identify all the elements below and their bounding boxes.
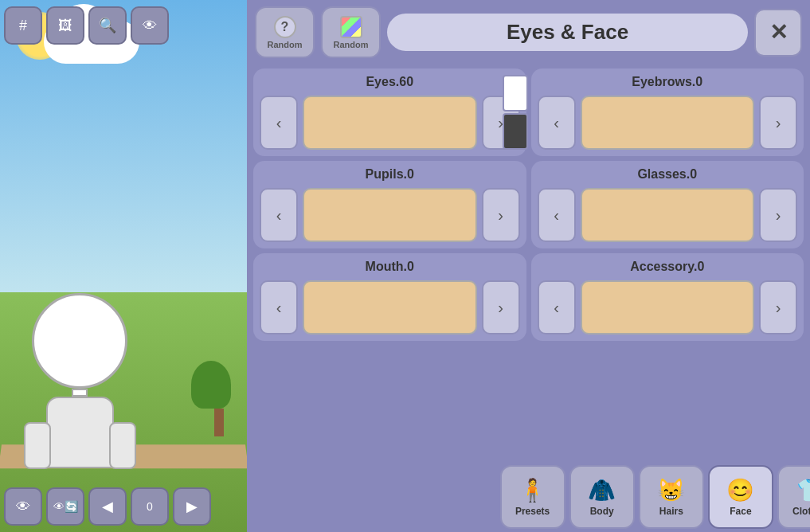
clothes-label: Clothes bbox=[792, 506, 810, 517]
char-head bbox=[32, 293, 127, 389]
mouth-title: Mouth.0 bbox=[260, 260, 520, 274]
next-button[interactable]: ▶ bbox=[173, 487, 211, 526]
face-label: Face bbox=[730, 506, 751, 517]
mouth-next-button[interactable]: › bbox=[482, 280, 520, 334]
glasses-controls: ‹ › bbox=[538, 188, 798, 242]
nav-item-clothes[interactable]: 👕 Clothes bbox=[777, 465, 810, 529]
eyebrows-prev-button[interactable]: ‹ bbox=[538, 96, 576, 150]
tree-top bbox=[191, 361, 231, 409]
glasses-section: Glasses.0 ‹ › bbox=[531, 161, 804, 248]
eyes-preview bbox=[303, 96, 477, 150]
mouth-controls: ‹ › bbox=[260, 280, 520, 334]
nav-item-presets[interactable]: 🧍 Presets bbox=[500, 465, 565, 529]
color-white[interactable] bbox=[503, 75, 528, 111]
presets-icon: 🧍 bbox=[518, 477, 546, 503]
mouth-section: Mouth.0 ‹ › bbox=[253, 253, 526, 341]
question-icon: ? bbox=[274, 16, 296, 38]
presets-label: Presets bbox=[515, 506, 550, 517]
scene-panel: # 🖼 🔍 👁 👁 👁🔄 ◀ 0 ▶ bbox=[0, 0, 247, 532]
image-button[interactable]: 🖼 bbox=[46, 6, 84, 45]
char-body bbox=[46, 397, 114, 468]
pupils-title: Pupils.0 bbox=[260, 167, 520, 182]
random-color-icon bbox=[340, 16, 362, 38]
eyes-controls: ‹ › bbox=[260, 96, 520, 150]
face-icon: 😊 bbox=[726, 477, 754, 503]
accessory-controls: ‹ › bbox=[538, 280, 798, 334]
eye-reset-button[interactable]: 👁🔄 bbox=[46, 487, 84, 526]
body-label: Body bbox=[590, 506, 614, 517]
counter-display: 0 bbox=[131, 487, 169, 526]
glasses-next-button[interactable]: › bbox=[759, 188, 797, 242]
eye-view-button[interactable]: 👁 bbox=[131, 6, 169, 45]
hairs-icon: 😸 bbox=[657, 477, 685, 503]
random-button-1[interactable]: ? Random bbox=[255, 6, 315, 58]
character bbox=[32, 293, 127, 468]
glasses-prev-button[interactable]: ‹ bbox=[538, 188, 576, 242]
pupils-preview bbox=[303, 188, 477, 242]
eyebrows-section: Eyebrows.0 ‹ › bbox=[531, 68, 804, 156]
accessory-title: Accessory.0 bbox=[538, 260, 798, 274]
random-label-2: Random bbox=[334, 40, 369, 49]
accessory-prev-button[interactable]: ‹ bbox=[538, 280, 576, 334]
bottom-navigation: 🧍 Presets 🧥 Body 😸 Hairs 😊 Face 👕 Clothe… bbox=[494, 462, 810, 532]
pupils-controls: ‹ › bbox=[260, 188, 520, 242]
pupils-next-button[interactable]: › bbox=[482, 188, 520, 242]
zoom-button[interactable]: 🔍 bbox=[88, 6, 127, 45]
close-button[interactable]: ✕ bbox=[754, 9, 802, 57]
customization-panel: ? Random Random Eyes & Face ✕ Eyes.60 ‹ … bbox=[247, 0, 810, 532]
glasses-preview bbox=[581, 188, 755, 242]
accessory-next-button[interactable]: › bbox=[759, 280, 797, 334]
header-bar: ? Random Random Eyes & Face ✕ bbox=[247, 0, 810, 65]
color-strip bbox=[503, 75, 528, 150]
section-title: Eyes & Face bbox=[387, 14, 748, 51]
features-grid: Eyes.60 ‹ › Eyebrows.0 ‹ › Pupils.0 bbox=[247, 65, 810, 345]
hairs-label: Hairs bbox=[659, 506, 683, 517]
body-icon: 🧥 bbox=[588, 477, 616, 503]
nav-item-body[interactable]: 🧥 Body bbox=[569, 465, 635, 529]
color-dark[interactable] bbox=[503, 113, 528, 150]
nav-item-face[interactable]: 😊 Face bbox=[708, 465, 773, 529]
clothes-icon: 👕 bbox=[796, 477, 810, 503]
random-label-1: Random bbox=[268, 40, 303, 49]
mouth-preview bbox=[303, 280, 477, 334]
tree-trunk bbox=[214, 409, 224, 436]
tree bbox=[206, 361, 231, 436]
eyebrows-next-button[interactable]: › bbox=[759, 96, 797, 150]
accessory-preview bbox=[581, 280, 755, 334]
pupils-prev-button[interactable]: ‹ bbox=[260, 188, 298, 242]
eyebrows-controls: ‹ › bbox=[538, 96, 798, 150]
eye-toggle-button[interactable]: 👁 bbox=[4, 487, 42, 526]
eyes-section: Eyes.60 ‹ › bbox=[253, 68, 526, 156]
eyes-prev-button[interactable]: ‹ bbox=[260, 96, 298, 150]
glasses-title: Glasses.0 bbox=[538, 167, 798, 182]
random-button-2[interactable]: Random bbox=[321, 6, 381, 58]
prev-button[interactable]: ◀ bbox=[88, 487, 127, 526]
pupils-section: Pupils.0 ‹ › bbox=[253, 161, 526, 248]
left-bottom-toolbar: 👁 👁🔄 ◀ 0 ▶ bbox=[4, 487, 211, 526]
hash-button[interactable]: # bbox=[4, 6, 42, 45]
left-top-toolbar: # 🖼 🔍 👁 bbox=[4, 6, 169, 45]
eyebrows-preview bbox=[581, 96, 755, 150]
nav-item-hairs[interactable]: 😸 Hairs bbox=[639, 465, 704, 529]
eyebrows-title: Eyebrows.0 bbox=[538, 75, 798, 89]
accessory-section: Accessory.0 ‹ › bbox=[531, 253, 804, 341]
char-neck bbox=[72, 389, 88, 397]
mouth-prev-button[interactable]: ‹ bbox=[260, 280, 298, 334]
eyes-title: Eyes.60 bbox=[260, 75, 520, 89]
